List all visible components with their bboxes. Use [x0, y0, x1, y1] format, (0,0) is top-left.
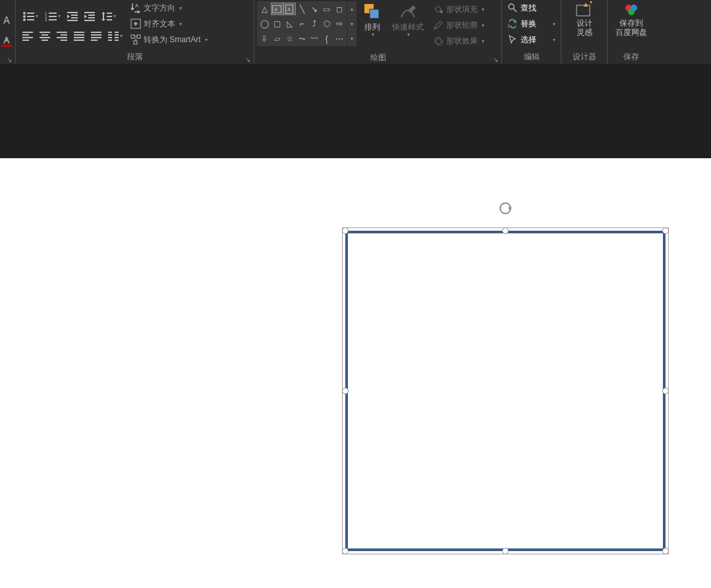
svg-rect-18 — [88, 15, 95, 16]
shape-more[interactable]: ⋯ — [333, 32, 345, 45]
shape-rtriangle[interactable]: ◺ — [283, 18, 296, 30]
shape-hex[interactable]: ⬡ — [320, 18, 333, 30]
drawing-group-label: 绘图 — [370, 53, 386, 62]
font-color-button[interactable] — [0, 35, 13, 48]
align-text-label: 对齐文本 — [144, 18, 175, 30]
shape-line[interactable]: ╲ — [296, 3, 308, 15]
decrease-indent-button[interactable] — [66, 10, 79, 23]
font-launcher[interactable]: ↘ — [5, 55, 13, 63]
find-button[interactable]: 查找 — [505, 0, 558, 16]
shape-fill-button[interactable]: 形状填充▾ — [430, 1, 487, 17]
svg-rect-23 — [107, 19, 112, 20]
bullets-button[interactable]: ▾ — [21, 10, 40, 23]
distribute-button[interactable] — [90, 30, 103, 43]
shape-frame-body[interactable] — [345, 231, 666, 551]
quick-styles-button[interactable]: 快速样式 ▾ — [388, 1, 428, 53]
resize-handle-nw[interactable] — [342, 227, 349, 234]
shape-outline-button[interactable]: 形状轮廓▾ — [430, 17, 487, 33]
shape-fill-label: 形状填充 — [446, 4, 478, 15]
resize-handle-s[interactable] — [502, 548, 509, 554]
rotate-handle[interactable] — [498, 200, 513, 216]
shape-curve[interactable]: ⤴ — [308, 18, 320, 30]
svg-point-1 — [23, 12, 26, 15]
svg-text:a: a — [514, 19, 517, 24]
arrange-button[interactable]: 排列 ▾ — [359, 1, 385, 53]
shape-wave[interactable]: 〰 — [308, 32, 320, 45]
svg-rect-44 — [108, 32, 112, 33]
shape-rect2[interactable]: ◻ — [333, 3, 345, 15]
svg-rect-17 — [84, 12, 95, 13]
svg-rect-40 — [91, 32, 101, 33]
resize-handle-w[interactable] — [342, 388, 349, 394]
shape-roundrect[interactable]: ▢ — [271, 18, 283, 30]
align-center-button[interactable] — [38, 30, 51, 43]
resize-handle-n[interactable] — [502, 227, 509, 234]
gallery-more[interactable]: ▾ — [347, 31, 356, 46]
svg-rect-13 — [67, 12, 78, 13]
cursor-icon — [507, 34, 518, 45]
shape-arrowline[interactable]: ↘ — [308, 3, 320, 15]
svg-rect-29 — [42, 34, 48, 36]
svg-rect-33 — [61, 34, 67, 36]
save-to-baidu-button[interactable]: 保存到百度网盘 — [611, 0, 651, 51]
bucket-icon — [433, 4, 443, 15]
resize-handle-ne[interactable] — [662, 227, 669, 234]
svg-rect-22 — [107, 16, 112, 17]
design-ideas-button[interactable]: 设计灵感 — [571, 0, 598, 51]
paragraph-launcher[interactable]: ↘ — [244, 55, 252, 63]
gallery-up[interactable]: ▴ — [347, 1, 356, 16]
svg-rect-43 — [91, 40, 98, 41]
slide-canvas[interactable] — [0, 158, 711, 588]
text-direction-button[interactable]: A 文字方向▾ — [128, 0, 210, 16]
svg-rect-56 — [134, 41, 137, 44]
drawing-launcher[interactable]: ↘ — [492, 55, 499, 63]
align-text-button[interactable]: 对齐文本▾ — [128, 16, 210, 32]
svg-rect-8 — [49, 13, 57, 14]
replace-button[interactable]: ba 替换 ▾ — [505, 16, 558, 32]
shape-arrow[interactable]: ⇨ — [333, 18, 345, 30]
svg-rect-21 — [107, 13, 112, 14]
shape-paral[interactable]: ▱ — [271, 32, 283, 45]
align-left-button[interactable] — [21, 30, 34, 43]
shape-star[interactable]: ☆ — [283, 32, 296, 45]
shapes-gallery[interactable]: △ A A ╲ ↘ ▭ ◻ ◯ ▢ ◺ ⌐ ⤴ ⬡ — [257, 1, 347, 46]
svg-rect-6 — [27, 19, 34, 20]
arrange-icon — [363, 3, 382, 21]
shape-down[interactable]: ⇩ — [258, 32, 271, 45]
svg-point-65 — [436, 39, 443, 45]
svg-rect-10 — [49, 16, 57, 17]
quick-styles-icon — [399, 3, 417, 21]
svg-point-72 — [628, 9, 635, 15]
align-right-button[interactable] — [55, 30, 69, 43]
font-effect-button[interactable] — [0, 14, 13, 27]
selected-shape-frame[interactable] — [343, 228, 668, 554]
numbering-button[interactable]: 123▾ — [43, 10, 62, 23]
svg-rect-39 — [74, 40, 84, 41]
svg-rect-47 — [115, 34, 119, 36]
select-button[interactable]: 选择 ▾ — [505, 32, 558, 47]
shape-curveconn[interactable]: ⤳ — [296, 32, 308, 45]
shape-effects-button[interactable]: 形状效果▾ — [430, 33, 487, 49]
svg-rect-19 — [88, 17, 95, 18]
gallery-scroll[interactable]: ▴ ▾ ▾ — [347, 1, 356, 46]
resize-handle-e[interactable] — [662, 388, 669, 394]
shape-connector[interactable]: ⌐ — [296, 18, 308, 30]
svg-rect-26 — [22, 37, 33, 38]
shape-brace[interactable]: { — [320, 32, 333, 45]
resize-handle-se[interactable] — [662, 548, 669, 554]
shape-textbox[interactable]: A — [271, 3, 283, 15]
svg-text:3: 3 — [45, 18, 47, 22]
shape-triangle[interactable]: △ — [258, 3, 271, 15]
shape-oval[interactable]: ◯ — [258, 18, 271, 30]
resize-handle-sw[interactable] — [342, 548, 349, 554]
justify-button[interactable] — [72, 30, 86, 43]
convert-smartart-button[interactable]: 转换为 SmartArt▾ — [128, 32, 210, 47]
columns-button[interactable]: ▾ — [107, 30, 124, 43]
svg-text:A: A — [287, 7, 291, 13]
increase-indent-button[interactable] — [83, 10, 96, 23]
shape-vtextbox[interactable]: A — [283, 3, 296, 15]
svg-rect-50 — [108, 40, 112, 41]
shape-rect[interactable]: ▭ — [320, 3, 333, 15]
gallery-down[interactable]: ▾ — [347, 16, 356, 32]
line-spacing-button[interactable]: ▾ — [100, 10, 117, 23]
